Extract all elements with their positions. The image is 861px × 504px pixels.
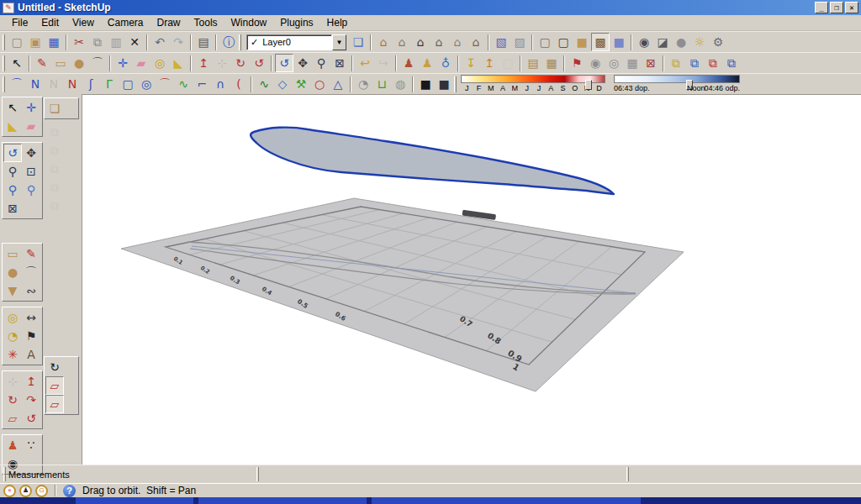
- render-light-button[interactable]: ☼: [690, 33, 709, 51]
- rounded-rectangle-tool[interactable]: ▢: [119, 75, 137, 93]
- curve-wrench-tool[interactable]: ⚒: [292, 75, 310, 93]
- stack-red-plugin-button[interactable]: ⧉: [704, 54, 722, 72]
- toolbar-grip[interactable]: [3, 467, 6, 481]
- eraser-tool[interactable]: ▰: [132, 54, 151, 72]
- pages-toolbar-icon[interactable]: ❏: [45, 99, 64, 118]
- line-tool[interactable]: ✎: [22, 244, 40, 263]
- print-button[interactable]: ▤: [194, 33, 213, 51]
- sandbox-from-contours-button[interactable]: ▤: [524, 54, 542, 72]
- canvas-svg[interactable]: 0.10.20.30.40.50.60.70.80.91: [82, 95, 861, 465]
- cut-button[interactable]: ✂: [70, 33, 88, 51]
- dimension-tool[interactable]: ↔: [22, 308, 40, 327]
- bezier-edit-tool[interactable]: N: [45, 75, 63, 93]
- stamp-tool[interactable]: ◉: [586, 54, 605, 72]
- redo-button[interactable]: ↷: [169, 33, 188, 51]
- offset-tool[interactable]: ↺: [250, 54, 268, 72]
- menu-item[interactable]: View: [66, 15, 101, 30]
- text-tool[interactable]: ⚑: [22, 327, 40, 345]
- component-info-button[interactable]: ■: [416, 75, 435, 93]
- zoom-window-tool[interactable]: ⊡: [22, 162, 40, 181]
- time-gradient-strip[interactable]: [614, 75, 740, 83]
- copy-button[interactable]: ⧉: [88, 33, 107, 51]
- c-curve-tool[interactable]: (: [230, 75, 248, 93]
- walk-tool[interactable]: ∵: [22, 436, 40, 454]
- menu-item[interactable]: Tools: [188, 15, 224, 30]
- position-camera-tool[interactable]: ♟: [3, 436, 22, 454]
- model-info-button[interactable]: ⓘ: [219, 33, 238, 51]
- smoove-tool[interactable]: ⚑: [568, 54, 586, 72]
- credit-attribution-icon[interactable]: ♟: [19, 485, 32, 497]
- protractor-tool[interactable]: ◔: [3, 327, 22, 345]
- airfoil-face[interactable]: [251, 128, 614, 194]
- orbit-tool[interactable]: ↺: [3, 144, 22, 162]
- render-animation-button[interactable]: ◪: [653, 33, 672, 51]
- subdivide-tool[interactable]: ◍: [391, 75, 409, 93]
- closed-loop-tool[interactable]: ○: [310, 75, 329, 93]
- pan-tool[interactable]: ✥: [293, 54, 312, 72]
- undo-button[interactable]: ↶: [151, 33, 169, 51]
- position-camera-tool[interactable]: ♟: [399, 54, 418, 72]
- close-button[interactable]: ✕: [845, 2, 858, 13]
- style-hidden-line-button[interactable]: ▢: [554, 33, 573, 51]
- taskbar-sliver[interactable]: [0, 497, 861, 504]
- taskbar-item[interactable]: [372, 497, 641, 504]
- restore-button[interactable]: ❐: [830, 2, 843, 13]
- render-camera-button[interactable]: ◉: [635, 33, 653, 51]
- zoom-previous-button[interactable]: ⚲: [3, 181, 22, 199]
- view-left-button[interactable]: ⌂: [467, 33, 485, 51]
- half-arc-tool[interactable]: ∩: [211, 75, 230, 93]
- zoom-tool[interactable]: ⚲: [312, 54, 330, 72]
- title-bar[interactable]: ✎ Untitled - SketchUp _ ❐ ✕: [0, 0, 861, 15]
- sign-in-icon[interactable]: G: [35, 485, 48, 497]
- scale-tool[interactable]: ⊹: [213, 54, 231, 72]
- follow-me-tool[interactable]: ↷: [22, 391, 40, 409]
- update-scene-button[interactable]: ⧉: [45, 141, 64, 160]
- layer-select[interactable]: ✓ Layer0: [246, 34, 332, 50]
- look-around-tool[interactable]: ♟: [418, 54, 436, 72]
- triangle-loop-tool[interactable]: △: [329, 75, 347, 93]
- new-file-button[interactable]: ▢: [8, 33, 26, 51]
- rectangle-tool[interactable]: ▭: [51, 54, 70, 72]
- select-tool[interactable]: ↖: [3, 98, 22, 117]
- help-icon[interactable]: ?: [63, 485, 76, 497]
- view-top-button[interactable]: ⌂: [393, 33, 411, 51]
- orbit-tool[interactable]: ↺: [275, 54, 293, 72]
- arc-tool[interactable]: ⌒: [88, 54, 107, 72]
- geolocation-icon[interactable]: ●: [3, 485, 16, 497]
- menu-item[interactable]: Plugins: [273, 15, 320, 30]
- taskbar-item[interactable]: [76, 497, 193, 504]
- turn-around-icon[interactable]: ↻: [45, 358, 64, 376]
- circle-tool[interactable]: ●: [70, 54, 88, 72]
- component-box-button[interactable]: ■: [435, 75, 453, 93]
- zoom-tool[interactable]: ⚲: [3, 162, 22, 181]
- menu-item[interactable]: File: [5, 15, 34, 30]
- circle-tool[interactable]: ●: [3, 263, 22, 281]
- eraser-tool[interactable]: ▰: [22, 117, 40, 135]
- google-earth-button[interactable]: ♁: [436, 54, 455, 72]
- zoom-next-button[interactable]: ⚲: [22, 181, 40, 199]
- delete-scene-button[interactable]: ⧉: [45, 197, 64, 215]
- zoom-extents-button[interactable]: ⊠: [3, 199, 22, 218]
- share-model-button[interactable]: ↥: [480, 54, 499, 72]
- date-slider-thumb[interactable]: [585, 80, 592, 90]
- style-wireframe-button[interactable]: ▢: [536, 33, 554, 51]
- previous-scene-button[interactable]: ⧉: [45, 160, 64, 178]
- pan-tool[interactable]: ✥: [22, 144, 40, 162]
- erase-button[interactable]: ✕: [125, 33, 144, 51]
- toolbar-grip[interactable]: [626, 467, 629, 481]
- polygon-dashed-tool[interactable]: ◇: [273, 75, 292, 93]
- offset-tool[interactable]: ▱: [3, 409, 22, 428]
- minimize-button[interactable]: _: [815, 2, 828, 13]
- 3d-text-tool[interactable]: A: [22, 345, 40, 364]
- arc-red-tool[interactable]: ⌒: [156, 75, 174, 93]
- paint-bucket-tool[interactable]: ◣: [169, 54, 188, 72]
- spiral-tool[interactable]: ◎: [137, 75, 156, 93]
- polyline-green-tool[interactable]: ∿: [174, 75, 193, 93]
- flip-edge-tool[interactable]: ⊠: [642, 54, 660, 72]
- bezier-curve-tool[interactable]: N: [63, 75, 82, 93]
- menu-item[interactable]: Help: [320, 15, 355, 30]
- line-tool[interactable]: ✎: [33, 54, 51, 72]
- layer-manager-button[interactable]: ❏: [349, 33, 367, 51]
- render-sphere-button[interactable]: ●: [672, 33, 690, 51]
- style-shaded-textures-button[interactable]: ▩: [591, 33, 610, 51]
